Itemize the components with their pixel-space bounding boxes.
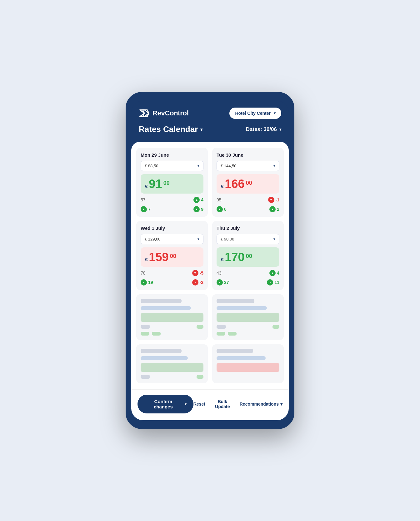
stat-value-3c: -2	[200, 280, 203, 285]
price-cents-4: 00	[246, 253, 252, 260]
confirm-label: Confirm changes	[144, 399, 182, 409]
rate-dropdown-1[interactable]: € 88,50 ▾	[141, 161, 203, 171]
placeholder-stat-5a2	[197, 325, 203, 329]
blur-card-5	[136, 294, 208, 340]
arrow-up-icon-3b: ▲	[141, 279, 147, 286]
price-display-2: € 166 00	[217, 174, 279, 194]
placeholder-stat-5a1	[141, 325, 150, 329]
dates-chevron: ▾	[279, 127, 281, 132]
blur-card-8	[212, 344, 284, 383]
confirm-chevron: ▾	[185, 402, 187, 406]
stat-badge-4c: ▲ 11	[267, 279, 279, 286]
stat-value-1a: 4	[201, 197, 203, 202]
hotel-selector-label: Hotel City Center	[235, 111, 271, 116]
placeholder-stats-6b	[217, 332, 279, 336]
stat-plain-4: 43	[217, 271, 222, 276]
stat-value-4c: 11	[274, 280, 279, 285]
price-amount-3: 159	[149, 251, 168, 263]
stat-plain-3: 78	[141, 271, 146, 276]
placeholder-stat-7a2	[197, 375, 203, 379]
day-card-2: Tue 30 June € 144,50 ▾ € 166 00 95 ▼	[212, 148, 284, 217]
arrow-up-icon-1c: ▲	[193, 206, 200, 212]
price-amount-1: 91	[149, 178, 162, 190]
arrow-up-icon-2c: ▲	[269, 206, 276, 212]
arrow-up-icon-4c: ▲	[267, 279, 273, 286]
placeholder-stats-5a	[141, 325, 203, 329]
stat-value-2a: -1	[276, 197, 279, 202]
placeholder-rate-7	[141, 356, 188, 360]
stat-badge-4b: ▲ 27	[217, 279, 229, 286]
page-title-button[interactable]: Rates Calendar ▾	[139, 124, 202, 134]
placeholder-stat-6b1	[217, 332, 225, 336]
arrow-up-icon-2b: ▲	[217, 206, 223, 212]
price-currency-2: €	[221, 184, 223, 189]
header-top: RevControl Hotel City Center ▾	[139, 108, 281, 119]
placeholder-price-5	[141, 313, 203, 322]
placeholder-price-8	[217, 363, 279, 372]
placeholder-stat-7a1	[141, 375, 150, 379]
revcontrol-logo-icon	[139, 108, 150, 119]
stats-row-3b: ▲ 19 ▼ -2	[141, 279, 203, 286]
hotel-selector-chevron: ▾	[274, 111, 276, 115]
arrow-up-icon-1b: ▲	[141, 206, 147, 212]
placeholder-title-5	[141, 299, 182, 303]
placeholder-title-8	[217, 349, 253, 353]
reset-button[interactable]: Reset	[193, 402, 205, 407]
content-area: Mon 29 June € 88,50 ▾ € 91 00 57 ▲	[131, 142, 289, 389]
stat-value-2b: 6	[224, 207, 227, 212]
placeholder-rate-8	[217, 356, 266, 360]
placeholder-price-6	[217, 313, 279, 322]
header-bottom: Rates Calendar ▾ Dates: 30/06 ▾	[139, 124, 281, 136]
price-currency-4: €	[221, 257, 223, 262]
recommendations-button[interactable]: Recommendations ▾	[240, 402, 282, 407]
rate-dropdown-chevron-3: ▾	[198, 237, 199, 241]
logo: RevControl	[139, 108, 189, 119]
confirm-changes-button[interactable]: Confirm changes ▾	[138, 395, 193, 413]
rate-value-3: € 129,00	[145, 237, 161, 241]
rate-dropdown-4[interactable]: € 98,00 ▾	[217, 234, 279, 244]
price-cents-3: 00	[170, 253, 176, 260]
placeholder-stats-7a	[141, 375, 203, 379]
stats-row-1b: ▲ 7 ▲ 9	[141, 206, 203, 212]
placeholder-price-7	[141, 363, 203, 372]
rate-dropdown-3[interactable]: € 129,00 ▾	[141, 234, 203, 244]
blur-card-7	[136, 344, 208, 383]
hotel-selector[interactable]: Hotel City Center ▾	[229, 108, 281, 119]
arrow-up-icon-1a: ▲	[193, 197, 200, 203]
placeholder-stat-6a2	[272, 325, 279, 329]
rate-dropdown-chevron-2: ▾	[273, 164, 275, 168]
price-display-3: € 159 00	[141, 247, 203, 267]
stat-badge-2b: ▲ 6	[217, 206, 227, 212]
blur-card-6	[212, 294, 284, 340]
stat-badge-3a: ▼ -5	[192, 270, 203, 276]
placeholder-stat-6b2	[228, 332, 237, 336]
bulk-update-button[interactable]: Bulk Update	[210, 399, 235, 409]
day-card-3: Wed 1 July € 129,00 ▾ € 159 00 78 ▼	[136, 221, 208, 290]
stat-badge-3b: ▲ 19	[141, 279, 153, 286]
stats-row-1a: 57 ▲ 4	[141, 197, 203, 203]
arrow-down-icon-3c: ▼	[192, 279, 198, 286]
price-amount-2: 166	[225, 178, 244, 190]
rate-dropdown-2[interactable]: € 144,50 ▾	[217, 161, 279, 171]
recommendations-chevron: ▾	[280, 402, 282, 407]
arrow-down-icon-3a: ▼	[192, 270, 198, 276]
arrow-down-icon-2a: ▼	[268, 197, 274, 203]
stats-row-4a: 43 ▲ 4	[217, 270, 279, 276]
logo-text: RevControl	[152, 109, 189, 117]
recommendations-label: Recommendations	[240, 402, 279, 407]
arrow-up-icon-4b: ▲	[217, 279, 223, 286]
price-display-1: € 91 00	[141, 174, 203, 194]
stat-value-3b: 19	[148, 280, 153, 285]
rate-dropdown-chevron-1: ▾	[198, 164, 199, 168]
day-title-1: Mon 29 June	[141, 152, 203, 158]
day-title-4: Thu 2 July	[217, 225, 279, 231]
price-cents-1: 00	[163, 180, 170, 186]
phone-frame: RevControl Hotel City Center ▾ Rates Cal…	[126, 92, 294, 429]
placeholder-stats-6a	[217, 325, 279, 329]
dates-label: Dates: 30/06	[246, 126, 277, 133]
header: RevControl Hotel City Center ▾ Rates Cal…	[131, 101, 289, 142]
dates-button[interactable]: Dates: 30/06 ▾	[246, 126, 281, 133]
stats-row-3a: 78 ▼ -5	[141, 270, 203, 276]
day-card-1: Mon 29 June € 88,50 ▾ € 91 00 57 ▲	[136, 148, 208, 217]
bottom-actions: Reset Bulk Update Recommendations ▾	[193, 399, 282, 409]
